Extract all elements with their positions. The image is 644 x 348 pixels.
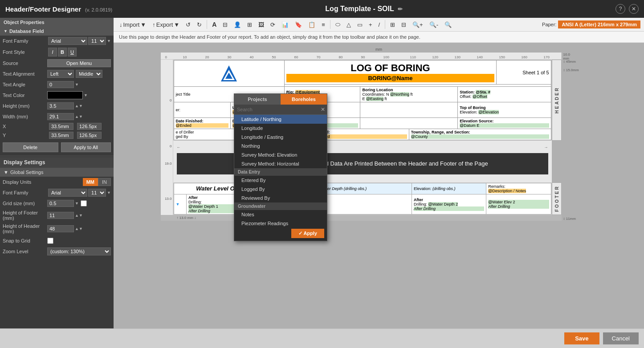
import-arrow: ▼ (140, 21, 146, 28)
display-settings-title: Display Settings (0, 157, 114, 168)
logo-svg (220, 65, 238, 82)
section-arrow: ▼ (4, 29, 8, 33)
width-spinner[interactable]: ▲▼ (75, 114, 83, 119)
footer-height-spinner[interactable]: ▲▼ (75, 213, 83, 218)
ellipse-btn[interactable]: ⬭ (333, 20, 342, 29)
close-button[interactable]: ✕ (629, 4, 639, 14)
dropdown-item-piezometer[interactable]: Piezometer Readings (234, 219, 327, 226)
global-font-select[interactable]: Arial (48, 189, 87, 197)
sep-1 (207, 20, 207, 29)
grid-checkbox[interactable] (81, 200, 87, 206)
dropdown-item-latitude[interactable]: Latitude / Northing (234, 115, 327, 124)
font-family-arrow: ▼ (107, 39, 111, 43)
left-ruler-middle: 0 19.0 (161, 141, 173, 182)
ruler-50: 50 (272, 55, 276, 59)
height-input[interactable] (47, 102, 74, 109)
barcode-btn[interactable]: ⟳ (268, 20, 277, 29)
dropdown-item-survey-horizontal[interactable]: Survey Method: Horizontal (234, 159, 327, 168)
chart-btn[interactable]: 📊 (279, 20, 291, 29)
footer-right-area: FOOTER (552, 182, 562, 215)
grid-size-input[interactable] (47, 200, 74, 207)
dropdown-item-northing[interactable]: Northing (234, 142, 327, 150)
dropdown-apply-btn[interactable]: ✓ Apply (291, 229, 324, 238)
middle-message: All Log Columns and Depth Related Data A… (177, 153, 548, 174)
boreholes-tab[interactable]: Boreholes (281, 94, 327, 105)
text-align-select[interactable]: LeftCenterRight (47, 70, 74, 78)
paper-select-btn[interactable]: ANSI A (Letter) 216mm x 279mm (558, 20, 640, 28)
width-input[interactable] (47, 113, 74, 120)
in-button[interactable]: IN (98, 178, 111, 186)
import-btn[interactable]: ↓ Import ▼ (117, 20, 148, 29)
display-settings-label: Display Settings (4, 159, 45, 166)
pin-btn[interactable]: 🔖 (293, 20, 304, 29)
snap-to-grid-checkbox[interactable] (47, 238, 53, 244)
table-btn[interactable]: 📋 (306, 20, 318, 29)
right-middle-area (552, 141, 562, 182)
dropdown-item-longitude[interactable]: Longitude (234, 124, 327, 133)
center-title-area: LOG OF BORING Log Template - SOIL ✏ (325, 5, 402, 13)
save-btn[interactable]: Save (564, 332, 599, 344)
dropdown-item-entered-by[interactable]: Entered By (234, 176, 327, 185)
font-family-select[interactable]: Arial (48, 37, 87, 45)
text-tool-btn[interactable]: A (210, 20, 219, 29)
export-icon: ↑ (152, 21, 155, 28)
dropdown-item-longitude-easting[interactable]: Longitude / Easting (234, 133, 327, 142)
image-btn[interactable]: 🖼 (256, 20, 266, 29)
grid-overlay-btn[interactable]: ⊞ (388, 20, 397, 29)
zoom-out-btn[interactable]: 🔍- (427, 20, 440, 29)
text-color-picker[interactable] (47, 91, 83, 99)
db-field-btn[interactable]: ⊟ (220, 20, 230, 29)
projects-tab[interactable]: Projects (234, 94, 281, 105)
ruler-10: 10 (183, 55, 187, 59)
bottom-dim: ↑ 13.0 mm ↓ (161, 215, 562, 221)
zoom-fit-btn[interactable]: 🔍 (442, 20, 454, 29)
triangle-btn[interactable]: △ (344, 20, 353, 29)
dropdown-item-reviewed-by[interactable]: Reviewed By (234, 194, 327, 202)
footer-height-input[interactable] (47, 212, 74, 219)
user-btn[interactable]: 👤 (232, 20, 243, 29)
dropdown-item-notes[interactable]: Notes (234, 210, 327, 219)
mm-button[interactable]: MM (83, 178, 98, 186)
x-val2: 126.5px (77, 123, 102, 130)
dropdown-item-survey-elevation[interactable]: Survey Method: Elevation (234, 150, 327, 159)
help-button[interactable]: ? (615, 4, 625, 14)
text-angle-arrow: ▼ (75, 82, 79, 87)
height-spinner[interactable]: ▲▼ (75, 104, 83, 108)
dropdown-group-groundwater: Groundwater (234, 202, 327, 210)
empty2-cell (360, 118, 458, 129)
underline-btn[interactable]: U (68, 48, 77, 57)
cancel-btn[interactable]: Cancel (603, 332, 639, 344)
delete-btn[interactable]: Delete (3, 142, 58, 152)
global-font-size[interactable]: 11 (88, 189, 106, 197)
bold-btn[interactable]: B (58, 48, 67, 57)
dropdown-search-input[interactable] (234, 105, 319, 114)
line-btn[interactable]: / (376, 20, 382, 29)
rect-btn[interactable]: ▭ (355, 20, 365, 29)
zoom-in-btn[interactable]: 🔍+ (410, 20, 425, 29)
middle-row: 0 19.0 ← → All Log Columns and Depth Rel… (161, 141, 562, 182)
open-menu-btn[interactable]: Open Menu (47, 59, 111, 67)
text-valign-select[interactable]: MiddleTopBottom (76, 70, 102, 78)
dropdown-item-logged-by[interactable]: Logged By (234, 185, 327, 194)
global-font-arrow: ▼ (107, 190, 111, 195)
header-height-input[interactable] (47, 225, 74, 232)
grid-btn[interactable]: ⊞ (245, 20, 254, 29)
designer-area[interactable]: mm 0 10 20 30 40 50 60 70 80 (114, 43, 644, 328)
edit-title-icon[interactable]: ✏ (398, 6, 403, 12)
btn-row: Delete Apply to All (0, 140, 114, 155)
dropdown-search-close[interactable]: ✕ (319, 105, 327, 114)
export-btn[interactable]: ↑ Export ▼ (150, 20, 182, 29)
italic-btn[interactable]: I (48, 48, 57, 57)
after-drilling-2: After Drilling: @Water Depth 2 After Dri… (412, 194, 486, 214)
plus-btn[interactable]: + (367, 20, 375, 29)
undo-btn[interactable]: ↺ (183, 20, 193, 29)
header-height-spinner[interactable]: ▲▼ (75, 227, 83, 231)
apply-to-all-btn[interactable]: Apply to All (61, 142, 111, 152)
list-btn[interactable]: ≡ (319, 20, 327, 29)
x-label: X (3, 124, 47, 129)
font-size-select[interactable]: 11 (88, 37, 106, 45)
text-angle-input[interactable] (47, 81, 74, 88)
snap-btn[interactable]: ⊟ (399, 20, 408, 29)
zoom-select[interactable]: (custom: 130%) 50% 75% 100% 130% 150% (47, 247, 111, 255)
redo-btn[interactable]: ↻ (195, 20, 204, 29)
